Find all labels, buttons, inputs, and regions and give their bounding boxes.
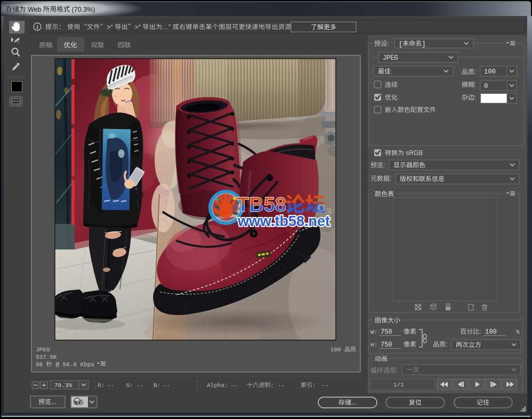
svg-text:...: ... [351,399,357,406]
svg-text::: : [446,341,447,348]
svg-text:100: 100 [484,68,496,76]
svg-text:JPEG: JPEG [36,347,50,353]
svg-text:www.tb58.net: www.tb58.net [237,213,330,229]
svg-text::: : [383,162,385,169]
svg-text:sRGB: sRGB [406,149,423,157]
svg-text:@: @ [55,361,59,368]
svg-text:0: 0 [484,83,488,90]
svg-text:--: -- [107,382,114,389]
svg-text:H:: H: [370,342,377,348]
svg-text:...”: ...” [163,23,171,31]
svg-text:100: 100 [331,347,341,353]
svg-text:98: 98 [36,361,43,368]
svg-text:--: -- [136,382,143,389]
svg-text:750: 750 [381,341,392,349]
svg-text:Alpha:: Alpha: [207,382,228,389]
svg-text::: : [312,382,316,389]
svg-text:[: [ [399,41,402,48]
svg-text::: : [396,367,398,374]
svg-text:B:: B: [154,382,160,389]
svg-text:?: ? [79,400,83,406]
svg-text::: : [270,382,274,389]
svg-text:56.6: 56.6 [63,361,77,368]
svg-text::: : [474,81,476,88]
svg-text:Kbps: Kbps [80,361,94,368]
svg-text::: : [390,175,391,182]
svg-text:%: % [516,329,520,335]
svg-text:--: -- [321,382,328,389]
svg-text:537.5K: 537.5K [36,354,57,360]
svg-text:100: 100 [485,328,497,336]
svg-text:W:: W: [370,329,377,335]
svg-text::: : [387,40,389,47]
svg-text:...: ... [51,398,57,406]
svg-text:]: ] [422,41,425,48]
svg-text:Web: Web [28,6,42,13]
svg-text:TB58: TB58 [237,194,286,216]
svg-text:70.3%: 70.3% [54,382,72,389]
svg-text::: : [474,68,476,76]
svg-text:750: 750 [381,328,392,336]
svg-text::: : [474,94,476,101]
svg-text::: : [479,328,481,335]
svg-text:--: -- [163,382,170,389]
svg-text:i: i [37,24,38,30]
svg-text:R:: R: [98,382,104,389]
svg-text:--: -- [278,382,285,389]
svg-text:G:: G: [126,382,133,389]
svg-text:1/1: 1/1 [393,382,404,388]
svg-text:JPEG: JPEG [383,54,398,62]
svg-text:(70.3%): (70.3%) [72,6,95,13]
svg-text:>“: >“ [107,23,113,31]
svg-text:--: -- [230,382,237,389]
svg-text:>“: >“ [135,23,141,31]
